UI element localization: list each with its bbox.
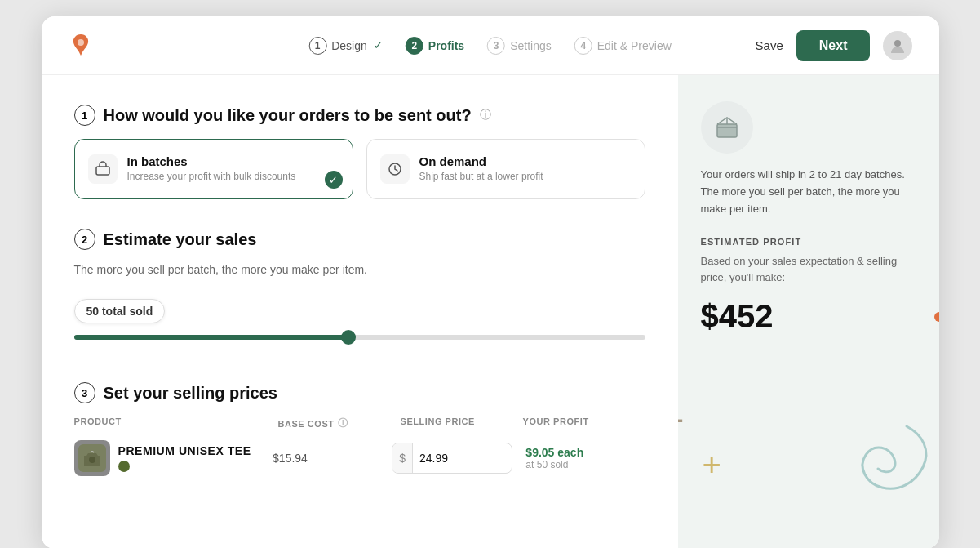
slider-track[interactable] xyxy=(74,335,645,340)
left-panel: 1 How would you like your orders to be s… xyxy=(42,75,678,548)
main-content: 1 How would you like your orders to be s… xyxy=(42,75,939,548)
step-design[interactable]: 1 Design ✓ xyxy=(308,37,383,55)
user-avatar[interactable] xyxy=(883,31,912,60)
step-design-num: 1 xyxy=(308,37,326,55)
col-base-header: BASE COST ⓘ xyxy=(278,417,401,430)
section1-info-icon[interactable]: ⓘ xyxy=(480,108,491,123)
batches-check: ✓ xyxy=(325,171,343,189)
svg-rect-2 xyxy=(96,167,109,175)
batches-icon xyxy=(88,154,118,184)
steps-nav: 1 Design ✓ 2 Profits 3 Settings 4 Edit &… xyxy=(308,37,672,55)
section-orders: 1 How would you like your orders to be s… xyxy=(74,105,645,199)
demand-icon xyxy=(380,154,410,184)
product-info: Premium Unisex Tee xyxy=(74,440,273,476)
step-profits[interactable]: 2 Profits xyxy=(406,37,464,55)
shipping-description: Your orders will ship in 2 to 21 day bat… xyxy=(701,167,916,217)
step-edit-num: 4 xyxy=(574,37,592,55)
section-prices: 3 Set your selling prices PRODUCT BASE C… xyxy=(74,382,645,476)
profit-sold: at 50 sold xyxy=(525,459,645,470)
estimated-profit-label: ESTIMATED PROFIT xyxy=(701,237,916,247)
base-cost-value: $15.94 xyxy=(273,452,392,465)
base-cost-info-icon[interactable]: ⓘ xyxy=(338,417,348,430)
batches-text: In batches Increase your profit with bul… xyxy=(127,154,296,182)
profit-amount: $452 xyxy=(701,298,916,335)
slider-fill xyxy=(74,335,348,340)
section1-title: How would you like your orders to be sen… xyxy=(104,106,472,125)
option-batches[interactable]: In batches Increase your profit with bul… xyxy=(74,139,353,199)
deco-cross-dark: + xyxy=(678,398,685,443)
selling-price-field[interactable]: $ xyxy=(392,443,512,474)
section1-num: 1 xyxy=(74,105,95,126)
slider-thumb[interactable] xyxy=(341,330,356,345)
shipping-icon xyxy=(701,101,753,154)
table-row: Premium Unisex Tee $15.94 $ $9.05 each a… xyxy=(74,440,645,476)
product-color-swatch xyxy=(118,461,130,472)
next-button[interactable]: Next xyxy=(796,30,871,61)
step-settings[interactable]: 3 Settings xyxy=(487,37,552,55)
section1-header: 1 How would you like your orders to be s… xyxy=(74,105,645,126)
batches-label: In batches xyxy=(127,154,296,168)
product-name: Premium Unisex Tee xyxy=(118,444,251,457)
svg-point-5 xyxy=(89,457,95,463)
demand-text: On demand Ship fast but at a lower profi… xyxy=(419,154,543,182)
step-profits-num: 2 xyxy=(406,37,423,55)
section2-num: 2 xyxy=(74,229,95,250)
svg-point-0 xyxy=(78,39,84,46)
section2-title: Estimate your sales xyxy=(104,230,257,249)
section2-subtitle: The more you sell per batch, the more yo… xyxy=(74,263,645,276)
col-product-header: PRODUCT xyxy=(74,417,278,430)
order-options: In batches Increase your profit with bul… xyxy=(74,139,645,199)
step-settings-label: Settings xyxy=(510,39,552,52)
section2-header: 2 Estimate your sales xyxy=(74,229,645,250)
logo xyxy=(68,31,94,60)
table-header: PRODUCT BASE COST ⓘ SELLING PRICE YOUR P… xyxy=(74,417,645,430)
product-details: Premium Unisex Tee xyxy=(118,444,251,472)
step-design-check: ✓ xyxy=(374,39,383,51)
col-profit-header: YOUR PROFIT xyxy=(523,417,645,430)
col-price-header: SELLING PRICE xyxy=(401,417,523,430)
step-edit-label: Edit & Preview xyxy=(597,39,672,52)
demand-desc: Ship fast but at a lower profit xyxy=(419,171,543,182)
currency-symbol: $ xyxy=(392,443,413,473)
section3-num: 3 xyxy=(74,382,95,403)
header-actions: Save Next xyxy=(756,30,913,61)
batches-desc: Increase your profit with bulk discounts xyxy=(127,171,296,182)
profit-display: $9.05 each at 50 sold xyxy=(512,446,645,470)
profit-each: $9.05 each xyxy=(525,446,645,459)
header: 1 Design ✓ 2 Profits 3 Settings 4 Edit &… xyxy=(42,16,939,75)
demand-label: On demand xyxy=(419,154,543,168)
deco-cross-gold: + xyxy=(703,447,721,483)
step-settings-num: 3 xyxy=(487,37,505,55)
section3-title: Set your selling prices xyxy=(104,384,277,403)
deco-swirl xyxy=(841,418,939,516)
right-panel: Your orders will ship in 2 to 21 day bat… xyxy=(678,75,939,548)
estimated-profit-description: Based on your sales expectation & sellin… xyxy=(701,253,916,285)
step-edit-preview[interactable]: 4 Edit & Preview xyxy=(574,37,672,55)
app-window: 1 Design ✓ 2 Profits 3 Settings 4 Edit &… xyxy=(42,16,939,548)
save-button[interactable]: Save xyxy=(756,38,783,52)
price-input[interactable] xyxy=(413,452,470,465)
section3-header: 3 Set your selling prices xyxy=(74,382,645,403)
svg-point-1 xyxy=(894,40,901,47)
svg-rect-6 xyxy=(717,124,737,137)
product-thumbnail xyxy=(74,440,110,476)
step-design-label: Design xyxy=(331,39,367,52)
option-demand[interactable]: On demand Ship fast but at a lower profi… xyxy=(366,139,645,199)
orange-dot xyxy=(934,312,939,322)
step-profits-label: Profits xyxy=(428,39,464,52)
section-sales: 2 Estimate your sales The more you sell … xyxy=(74,229,645,353)
slider-label: 50 total sold xyxy=(74,299,166,323)
slider-container: 50 total sold xyxy=(74,292,645,353)
